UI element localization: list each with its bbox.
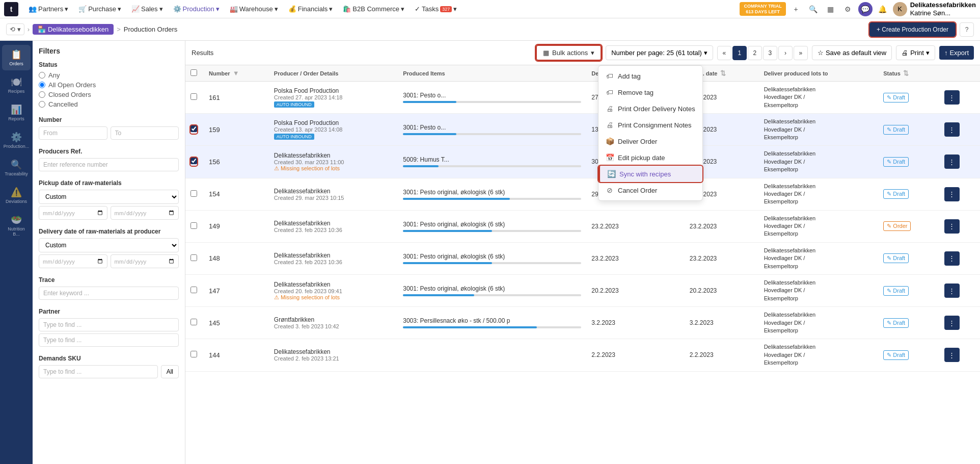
producers-ref-input[interactable] <box>39 158 179 171</box>
sidebar-item-deviations[interactable]: ⚠️ Deviations <box>2 183 31 208</box>
create-production-order-button[interactable]: + Create Production Order <box>869 22 956 37</box>
row-action-button[interactable]: ⋮ <box>944 251 960 266</box>
page-3-button[interactable]: 3 <box>763 46 777 60</box>
row-action-button[interactable]: ⋮ <box>944 219 960 234</box>
barcode-button[interactable]: ▦ <box>824 2 838 16</box>
demands-sku-input[interactable] <box>39 365 158 378</box>
nav-tasks[interactable]: ✓ Tasks 327 ▾ <box>411 3 461 15</box>
help-button[interactable]: ? <box>960 22 974 37</box>
page-1-button[interactable]: 1 <box>732 46 747 60</box>
page-2-button[interactable]: 2 <box>748 46 762 60</box>
dropdown-print-consignment[interactable]: 🖨 Print Consignment Notes <box>598 117 702 133</box>
row-action-button[interactable]: ⋮ <box>944 154 960 169</box>
pickup-date-to[interactable] <box>111 206 179 220</box>
nav-warehouse[interactable]: 🏭 Warehouse ▾ <box>226 3 282 15</box>
dropdown-edit-pickup-label: Edit pickup date <box>618 154 665 162</box>
header-number[interactable]: Number ▼ <box>204 65 269 82</box>
export-button[interactable]: ↑ Export <box>939 46 974 60</box>
row-checkbox[interactable] <box>190 222 197 229</box>
nav-financials[interactable]: 💰 Financials ▾ <box>284 3 337 15</box>
select-all-checkbox[interactable] <box>190 69 197 76</box>
sidebar-item-traceability[interactable]: 🔍 Traceability <box>2 155 31 181</box>
nav-production[interactable]: ⚙️ Production ▾ <box>169 3 224 15</box>
chat-button[interactable]: 💬 <box>858 2 873 16</box>
pickup-date-from[interactable] <box>39 206 107 220</box>
status-all-open[interactable]: All Open Orders <box>39 81 179 89</box>
dropdown-add-tag[interactable]: 🏷 Add tag <box>598 68 702 84</box>
row-checkbox[interactable] <box>190 125 197 132</box>
nav-sales[interactable]: 📈 Sales ▾ <box>127 3 167 15</box>
header-producer[interactable]: Producer / Order Details <box>269 65 398 82</box>
search-button[interactable]: 🔍 <box>806 2 821 16</box>
delivery-date-select[interactable]: Custom <box>39 238 179 252</box>
status-closed-radio[interactable] <box>39 91 45 98</box>
order-number: 145 <box>204 307 269 339</box>
row-action-button[interactable]: ⋮ <box>944 316 960 330</box>
dropdown-remove-tag[interactable]: 🏷 Remove tag <box>598 84 702 100</box>
row-action-button[interactable]: ⋮ <box>944 90 960 105</box>
add-button[interactable]: + <box>789 2 803 16</box>
status-any-radio[interactable] <box>39 72 45 79</box>
row-checkbox[interactable] <box>190 93 197 100</box>
delivery-date-to[interactable] <box>111 254 179 268</box>
header-deliver-to[interactable]: Deliver produced lots to <box>759 65 879 82</box>
nav-b2b[interactable]: 🛍️ B2B Commerce ▾ <box>339 3 409 15</box>
breadcrumb-company[interactable]: 🏪 Delikatessebodikken <box>33 24 114 35</box>
partner-input-1[interactable] <box>39 318 179 331</box>
row-action-button[interactable]: ⋮ <box>944 187 960 201</box>
dropdown-cancel-label: Cancel Order <box>618 187 657 194</box>
demands-sku-label: Demands SKU <box>39 355 179 362</box>
header-produced-items[interactable]: Produced Items <box>398 65 586 82</box>
checkbox-cell <box>185 114 204 146</box>
status-cancelled-radio[interactable] <box>39 101 45 108</box>
row-action-button[interactable]: ⋮ <box>944 122 960 137</box>
pickup-date-select[interactable]: Custom <box>39 190 179 204</box>
sidebar-item-nutrition[interactable]: 🥗 Nutrition B... <box>2 210 31 241</box>
untag-icon: 🏷 <box>606 88 614 96</box>
nav-purchase[interactable]: 🛒 Purchase ▾ <box>74 3 125 15</box>
print-button[interactable]: 🖨 Print ▾ <box>896 45 935 60</box>
status-closed[interactable]: Closed Orders <box>39 91 179 98</box>
sidebar-item-reports[interactable]: 📊 Reports <box>2 100 31 125</box>
page-first-button[interactable]: « <box>717 46 731 60</box>
dropdown-print-delivery-notes[interactable]: 🖨 Print Order Delivery Notes <box>598 100 702 117</box>
save-default-view-button[interactable]: ☆ Save as default view <box>812 45 892 60</box>
row-action-button[interactable]: ⋮ <box>944 283 960 298</box>
row-action-button[interactable]: ⋮ <box>944 348 960 362</box>
status-all-open-radio[interactable] <box>39 82 45 88</box>
row-checkbox[interactable] <box>190 319 197 325</box>
dropdown-sync-label: Sync with recipes <box>619 170 671 178</box>
page-next-button[interactable]: › <box>778 46 793 60</box>
deliver-to-cell: DelikatessefabrikkenHovedlager DK /Eksem… <box>759 114 879 146</box>
dropdown-cancel-order[interactable]: ⊘ Cancel Order <box>598 182 702 198</box>
number-from-input[interactable] <box>39 126 107 140</box>
nav-partners[interactable]: 👥 Partners ▾ <box>24 3 72 15</box>
sidebar-item-production[interactable]: ⚙️ Production... <box>2 127 31 153</box>
financials-icon: 💰 <box>288 5 296 13</box>
progress-fill <box>403 326 537 328</box>
trace-input[interactable] <box>39 287 179 300</box>
header-status[interactable]: Status ⇅ <box>878 65 939 82</box>
partner-input-2[interactable] <box>39 333 179 347</box>
status-cancelled[interactable]: Cancelled <box>39 100 179 108</box>
notifications-button[interactable]: 🔔 <box>876 2 890 16</box>
row-checkbox[interactable] <box>190 254 197 261</box>
delivery-date-from[interactable] <box>39 254 107 268</box>
row-checkbox[interactable] <box>190 287 197 293</box>
number-to-input[interactable] <box>111 126 179 140</box>
sidebar-item-recipes[interactable]: 🍽️ Recipes <box>2 72 31 98</box>
back-button[interactable]: ⟲ ▾ <box>6 23 24 35</box>
dropdown-sync-recipes[interactable]: 🔄 Sync with recipes <box>598 166 702 182</box>
sidebar-item-orders[interactable]: 📋 Orders <box>2 45 31 70</box>
dropdown-deliver-order[interactable]: 📦 Deliver Order <box>598 133 702 149</box>
demands-sku-all-button[interactable]: All <box>161 365 179 378</box>
page-last-button[interactable]: » <box>794 46 808 60</box>
dropdown-edit-pickup[interactable]: 📅 Edit pickup date <box>598 149 702 166</box>
row-checkbox[interactable] <box>190 190 197 197</box>
settings-button[interactable]: ⚙ <box>841 2 855 16</box>
row-checkbox[interactable] <box>190 351 197 357</box>
status-any[interactable]: Any <box>39 71 179 79</box>
bulk-actions-button[interactable]: ▦ Bulk actions ▾ <box>536 45 602 61</box>
row-checkbox[interactable] <box>190 158 197 164</box>
per-page-select[interactable]: Number per page: 25 (61 total) ▾ <box>606 45 713 60</box>
